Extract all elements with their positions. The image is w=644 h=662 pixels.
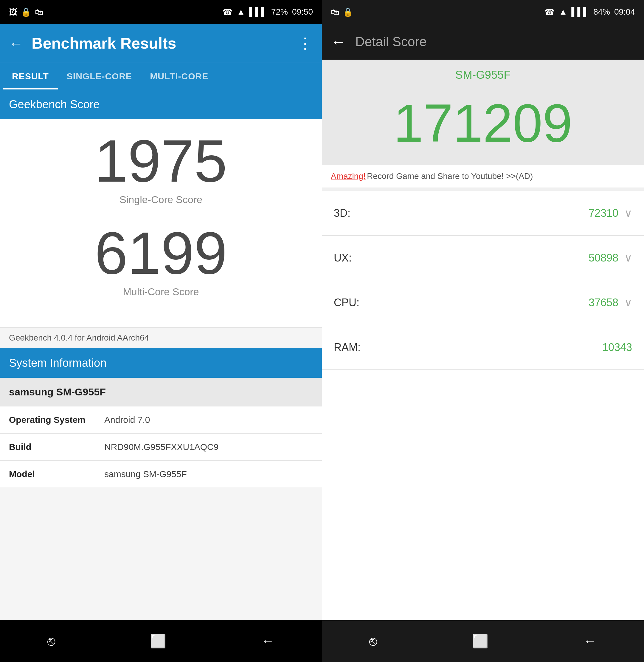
chevron-cpu-icon: ∨: [624, 296, 632, 309]
ram-label: RAM:: [334, 341, 361, 354]
tabs-bar: RESULT SINGLE-CORE MULTI-CORE: [0, 63, 322, 89]
chevron-ux-icon: ∨: [624, 252, 632, 264]
recents-button-right[interactable]: ⎋: [369, 634, 377, 648]
tab-result[interactable]: RESULT: [3, 63, 58, 89]
ram-value: 10343: [602, 341, 632, 354]
total-score-area: 171209: [322, 90, 644, 165]
cpu-right: 37658 ∨: [589, 296, 632, 309]
ux-label: UX:: [334, 252, 352, 264]
battery-left: 72%: [271, 7, 288, 17]
ram-row[interactable]: RAM: 10343: [322, 325, 644, 370]
cpu-value: 37658: [589, 296, 618, 309]
right-panel: 🛍 🔒 ☎ ▲ ▌▌▌ 84% 09:04 ← Detail Score SM-…: [322, 0, 644, 662]
single-core-score: 1975: [95, 131, 227, 191]
wifi-icon-right: ▲: [559, 7, 568, 17]
left-panel: 🖼 🔒 🛍 ☎ ▲ ▌▌▌ 72% 09:50 ← Benchmark Resu…: [0, 0, 322, 662]
device-name-row: samsung SM-G955F: [0, 378, 322, 406]
battery-right: 84%: [593, 7, 610, 17]
single-core-label: Single-Core Score: [119, 194, 202, 205]
scores-area: 1975 Single-Core Score 6199 Multi-Core S…: [0, 119, 322, 327]
lock-icon-right: 🔒: [343, 7, 353, 17]
wifi-icon: ▲: [237, 7, 245, 17]
model-row: Model samsung SM-G955F: [0, 461, 322, 488]
ux-value: 50898: [589, 252, 618, 264]
back-nav-left[interactable]: ←: [261, 634, 274, 648]
recents-button-left[interactable]: ⎋: [47, 634, 55, 648]
ux-row[interactable]: UX: 50898 ∨: [322, 236, 644, 280]
more-button-left[interactable]: ⋮: [297, 34, 313, 52]
lock-icon: 🔒: [21, 7, 31, 17]
back-button-left[interactable]: ←: [9, 35, 23, 51]
bottom-nav-right: ⎋ ⬜ ←: [322, 620, 644, 662]
total-score: 171209: [331, 96, 635, 150]
status-bar-right: 🛍 🔒 ☎ ▲ ▌▌▌ 84% 09:04: [322, 0, 644, 24]
app-bar-left: ← Benchmark Results ⋮: [0, 24, 322, 63]
cpu-row[interactable]: CPU: 37658 ∨: [322, 280, 644, 325]
home-button-right[interactable]: ⬜: [472, 633, 488, 649]
bottom-nav-left: ⎋ ⬜ ←: [0, 620, 322, 662]
3d-value: 72310: [589, 207, 618, 219]
back-button-right[interactable]: ←: [331, 33, 346, 51]
ad-text: Record Game and Share to Youtube! >>(AD): [367, 172, 533, 181]
app-title-left: Benchmark Results: [31, 34, 177, 52]
ad-banner[interactable]: Amazing! Record Game and Share to Youtub…: [322, 165, 644, 188]
detail-score-title: Detail Score: [355, 34, 427, 49]
signal-icon: ▌▌▌: [249, 7, 267, 17]
score-rows: 3D: 72310 ∨ UX: 50898 ∨ CPU: 37658 ∨ RAM…: [322, 191, 644, 620]
system-info-header: System Information: [0, 348, 322, 378]
build-row: Build NRD90M.G955FXXU1AQC9: [0, 434, 322, 461]
ram-right: 10343: [602, 341, 632, 354]
multi-core-label: Multi-Core Score: [123, 286, 199, 297]
phone-icon: ☎: [222, 7, 233, 17]
tab-single-core[interactable]: SINGLE-CORE: [58, 63, 141, 89]
ad-amazing: Amazing!: [331, 172, 366, 181]
title-area: ← Benchmark Results: [9, 34, 177, 52]
tab-multi-core[interactable]: MULTI-CORE: [141, 63, 217, 89]
3d-label: 3D:: [334, 207, 350, 219]
phone-icon-right: ☎: [545, 7, 555, 17]
geekbench-version: Geekbench 4.0.4 for Android AArch64: [0, 327, 322, 348]
status-bar-left: 🖼 🔒 🛍 ☎ ▲ ▌▌▌ 72% 09:50: [0, 0, 322, 24]
home-button-left[interactable]: ⬜: [150, 633, 166, 649]
app-bar-right: ← Detail Score: [322, 24, 644, 60]
status-right-right: ☎ ▲ ▌▌▌ 84% 09:04: [545, 7, 635, 17]
photo-icon: 🖼: [9, 7, 17, 17]
status-icons-left: 🖼 🔒 🛍: [9, 7, 43, 17]
cpu-label: CPU:: [334, 296, 360, 309]
3d-right: 72310 ∨: [589, 207, 632, 219]
device-name-right: SM-G955F: [322, 60, 644, 90]
chevron-3d-icon: ∨: [624, 207, 632, 219]
geekbench-score-header: Geekbench Score: [0, 89, 322, 119]
back-nav-right[interactable]: ←: [583, 634, 597, 648]
info-table: samsung SM-G955F Operating System Androi…: [0, 378, 322, 488]
status-right-left: ☎ ▲ ▌▌▌ 72% 09:50: [222, 7, 313, 17]
multi-core-score: 6199: [95, 223, 227, 283]
time-right: 09:04: [614, 7, 635, 17]
ux-right: 50898 ∨: [589, 252, 632, 264]
time-left: 09:50: [292, 7, 313, 17]
bag-icon: 🛍: [35, 7, 43, 17]
signal-icon-right: ▌▌▌: [571, 7, 589, 17]
bag-icon-right: 🛍: [331, 7, 339, 17]
status-icons-right: 🛍 🔒: [331, 7, 353, 17]
3d-row[interactable]: 3D: 72310 ∨: [322, 191, 644, 236]
os-row: Operating System Android 7.0: [0, 406, 322, 434]
